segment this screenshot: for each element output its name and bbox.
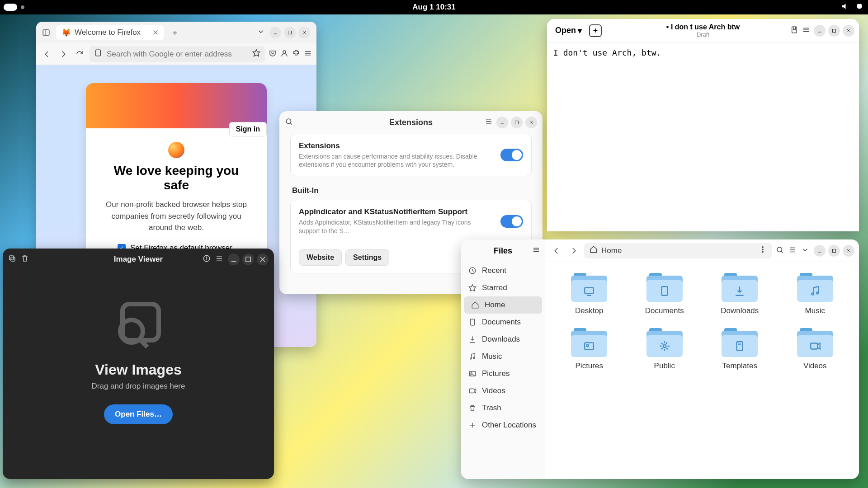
search-icon[interactable] <box>285 117 293 127</box>
settings-button[interactable]: Settings <box>345 249 389 266</box>
maximize-button[interactable] <box>242 253 254 265</box>
svg-rect-21 <box>11 257 15 261</box>
top-panel: Aug 1 10:31 <box>0 0 868 14</box>
reload-button[interactable] <box>73 48 86 61</box>
hamburger-menu-icon[interactable] <box>802 26 810 36</box>
view-dropdown-icon[interactable] <box>801 246 809 256</box>
svg-point-58 <box>762 247 763 248</box>
folder-templates[interactable]: Templates <box>707 328 773 371</box>
maximize-button[interactable] <box>511 117 523 128</box>
close-button[interactable] <box>257 253 269 265</box>
maximize-button[interactable] <box>284 27 296 38</box>
extension-switch[interactable] <box>500 215 523 228</box>
close-button[interactable] <box>525 117 537 128</box>
firefox-favicon-icon: 🦊 <box>61 28 71 38</box>
clock[interactable]: Aug 1 10:31 <box>412 3 455 12</box>
sidebar-item-recent[interactable]: Recent <box>461 262 545 279</box>
sidebar-toggle-icon[interactable] <box>39 25 53 40</box>
folder-icon <box>722 273 758 303</box>
sidebar-item-videos[interactable]: Videos <box>461 382 545 399</box>
folder-desktop[interactable]: Desktop <box>556 273 623 315</box>
minimize-button[interactable] <box>496 117 508 128</box>
sidebar-item-label: Other Locations <box>482 421 536 430</box>
sidebar-item-label: Starred <box>482 283 507 292</box>
forward-button[interactable] <box>57 48 70 61</box>
folder-downloads[interactable]: Downloads <box>707 273 773 315</box>
hamburger-menu-icon[interactable] <box>485 117 493 127</box>
search-icon[interactable] <box>776 246 784 256</box>
volume-icon[interactable] <box>841 2 849 13</box>
new-tab-button[interactable]: ＋ <box>589 24 602 37</box>
maximize-button[interactable] <box>828 245 840 257</box>
svg-rect-3 <box>288 31 292 34</box>
folder-pictures[interactable]: Pictures <box>556 328 623 371</box>
sidebar-item-starred[interactable]: Starred <box>461 279 545 296</box>
sidebar-item-trash[interactable]: Trash <box>461 399 545 417</box>
sidebar-menu-icon[interactable] <box>532 246 540 256</box>
new-tab-button[interactable]: ＋ <box>170 27 180 38</box>
folder-label: Pictures <box>556 361 623 371</box>
svg-marker-55 <box>474 389 476 393</box>
extensions-icon[interactable] <box>292 49 300 59</box>
folder-music[interactable]: Music <box>782 273 849 315</box>
folder-public[interactable]: Public <box>632 328 698 371</box>
minimize-button[interactable] <box>814 245 826 257</box>
network-icon[interactable] <box>826 2 835 13</box>
sidebar-item-other-locations[interactable]: Other Locations <box>461 417 545 434</box>
app-menu-icon[interactable] <box>304 49 312 59</box>
svg-marker-48 <box>469 285 476 291</box>
open-label: Open <box>555 26 576 35</box>
minimize-button[interactable] <box>269 27 281 38</box>
trash-icon[interactable] <box>21 254 29 264</box>
close-button[interactable] <box>298 27 310 38</box>
sidebar-item-pictures[interactable]: Pictures <box>461 365 545 382</box>
maximize-button[interactable] <box>828 25 840 37</box>
master-switch[interactable] <box>500 149 523 161</box>
firefox-logo-icon <box>168 142 184 158</box>
nav-back-button[interactable] <box>550 244 563 258</box>
close-button[interactable] <box>843 25 854 37</box>
signin-button[interactable]: Sign in <box>229 122 267 136</box>
back-button[interactable] <box>41 48 53 61</box>
nav-forward-button[interactable] <box>567 244 580 258</box>
path-bar[interactable]: Home <box>584 243 772 258</box>
sidebar-item-music[interactable]: Music <box>461 348 545 365</box>
sidebar-item-label: Home <box>485 300 505 310</box>
path-menu-icon[interactable] <box>759 245 767 256</box>
pocket-icon[interactable] <box>269 49 277 59</box>
hamburger-menu-icon[interactable] <box>215 254 223 264</box>
info-icon[interactable] <box>203 254 211 264</box>
close-button[interactable] <box>843 245 854 257</box>
url-bar[interactable]: Search with Google or enter address <box>90 46 265 62</box>
view-mode-button[interactable] <box>788 246 797 256</box>
copy-icon[interactable] <box>8 254 16 264</box>
account-icon[interactable] <box>280 49 288 59</box>
sidebar-item-label: Trash <box>482 404 501 413</box>
svg-marker-81 <box>817 343 820 349</box>
folder-documents[interactable]: Documents <box>632 273 698 315</box>
folder-label: Documents <box>632 306 698 315</box>
website-button[interactable]: Website <box>299 249 342 266</box>
svg-rect-67 <box>833 249 836 252</box>
sidebar-item-home[interactable]: Home <box>464 296 542 314</box>
svg-point-12 <box>286 119 291 124</box>
bookmark-star-icon[interactable] <box>252 49 260 59</box>
tab-close-icon[interactable]: ✕ <box>152 28 159 38</box>
svg-rect-70 <box>585 287 594 293</box>
page-info-icon[interactable] <box>94 49 102 59</box>
activities-pill[interactable] <box>4 4 17 11</box>
browser-tab[interactable]: 🦊 Welcome to Firefox ✕ <box>56 25 164 40</box>
files-sidebar: Files RecentStarredHomeDocumentsDownload… <box>461 239 545 479</box>
bookmark-icon[interactable] <box>790 26 798 36</box>
open-files-button[interactable]: Open Files… <box>104 404 173 424</box>
sidebar-item-documents[interactable]: Documents <box>461 314 545 331</box>
power-icon[interactable] <box>855 2 863 13</box>
folder-videos[interactable]: Videos <box>782 328 849 371</box>
tab-overview-icon[interactable] <box>257 28 265 38</box>
editor-textarea[interactable] <box>547 42 859 231</box>
sidebar-item-downloads[interactable]: Downloads <box>461 331 545 348</box>
open-menu-button[interactable]: Open ▾ <box>552 24 585 38</box>
minimize-button[interactable] <box>814 25 826 37</box>
svg-line-13 <box>290 123 292 125</box>
minimize-button[interactable] <box>228 253 240 265</box>
